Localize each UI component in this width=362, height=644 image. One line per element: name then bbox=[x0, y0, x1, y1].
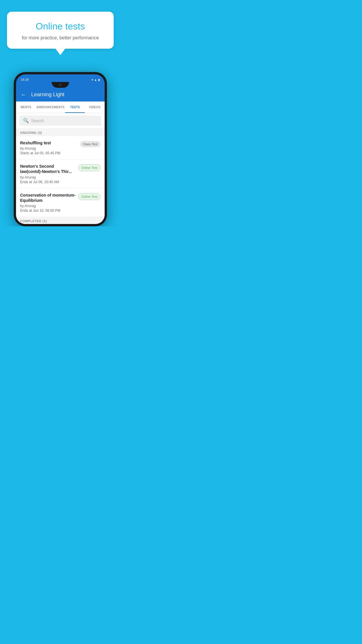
signal-icon: ▲ bbox=[94, 78, 97, 81]
section-completed-label: COMPLETED (1) bbox=[16, 217, 105, 224]
phone-frame: 14:29 ▾ ▲ ▮ ← Learning Light MENTS bbox=[14, 72, 107, 226]
phone-notch-bar: 14:29 ▾ ▲ ▮ bbox=[16, 74, 105, 88]
tab-bar: MENTS ANNOUNCEMENTS TESTS VIDEOS bbox=[16, 102, 105, 113]
test-time-1: Starts at Jul 05, 05:45 PM bbox=[20, 151, 78, 155]
test-item-2[interactable]: Newton's Second law(contd)-Newton's Thir… bbox=[16, 160, 105, 188]
search-bar[interactable]: 🔍 Search bbox=[20, 116, 101, 126]
test-info-3: Conservation of momentum-Equilibrium by … bbox=[20, 192, 76, 213]
bubble-section: Online tests for more practice, better p… bbox=[0, 0, 121, 55]
bubble-subtitle: for more practice, better performance bbox=[15, 35, 106, 41]
test-name-3: Conservation of momentum-Equilibrium bbox=[20, 192, 76, 203]
phone-section: 14:29 ▾ ▲ ▮ ← Learning Light MENTS bbox=[0, 55, 121, 226]
test-author-2: by Anurag bbox=[20, 175, 76, 179]
status-bar: 14:29 ▾ ▲ ▮ bbox=[21, 77, 100, 83]
test-item-1[interactable]: Reshuffling test by Anurag Starts at Jul… bbox=[16, 136, 105, 160]
test-info-1: Reshuffling test by Anurag Starts at Jul… bbox=[20, 140, 78, 155]
back-button[interactable]: ← bbox=[21, 91, 27, 98]
test-list: Reshuffling test by Anurag Starts at Jul… bbox=[16, 136, 105, 217]
test-info-2: Newton's Second law(contd)-Newton's Thir… bbox=[20, 164, 76, 184]
test-author-1: by Anurag bbox=[20, 146, 78, 150]
app-header: ← Learning Light bbox=[16, 88, 105, 102]
status-time: 14:29 bbox=[21, 78, 29, 81]
battery-icon: ▮ bbox=[98, 78, 100, 81]
test-author-3: by Anurag bbox=[20, 204, 76, 208]
test-time-2: Ends at Jul 06, 10:45 AM bbox=[20, 180, 76, 184]
phone-screen: MENTS ANNOUNCEMENTS TESTS VIDEOS 🔍 Searc… bbox=[16, 102, 105, 224]
search-bar-container: 🔍 Search bbox=[16, 113, 105, 128]
test-item-3[interactable]: Conservation of momentum-Equilibrium by … bbox=[16, 188, 105, 217]
camera-dot bbox=[59, 84, 61, 86]
app-title: Learning Light bbox=[31, 92, 64, 98]
search-placeholder: Search bbox=[31, 118, 44, 123]
test-badge-1: Class Test bbox=[80, 141, 101, 147]
status-icons: ▾ ▲ ▮ bbox=[92, 78, 100, 81]
test-name-2: Newton's Second law(contd)-Newton's Thir… bbox=[20, 164, 76, 174]
test-time-3: Ends at Jun 10, 06:00 PM bbox=[20, 209, 76, 213]
bubble-title: Online tests bbox=[15, 21, 106, 32]
test-name-1: Reshuffling test bbox=[20, 140, 78, 146]
speech-bubble: Online tests for more practice, better p… bbox=[7, 12, 114, 49]
tab-ments[interactable]: MENTS bbox=[16, 102, 36, 113]
section-ongoing-label: ONGOING (3) bbox=[16, 128, 105, 136]
test-badge-2: Online Test bbox=[78, 164, 101, 171]
tab-tests[interactable]: TESTS bbox=[65, 102, 85, 113]
phone-notch bbox=[52, 82, 69, 88]
search-icon: 🔍 bbox=[23, 118, 29, 123]
wifi-icon: ▾ bbox=[92, 78, 93, 81]
tab-announcements[interactable]: ANNOUNCEMENTS bbox=[36, 102, 65, 113]
notch-container bbox=[21, 82, 100, 88]
tab-videos[interactable]: VIDEOS bbox=[85, 102, 105, 113]
test-badge-3: Online Test bbox=[78, 193, 101, 200]
